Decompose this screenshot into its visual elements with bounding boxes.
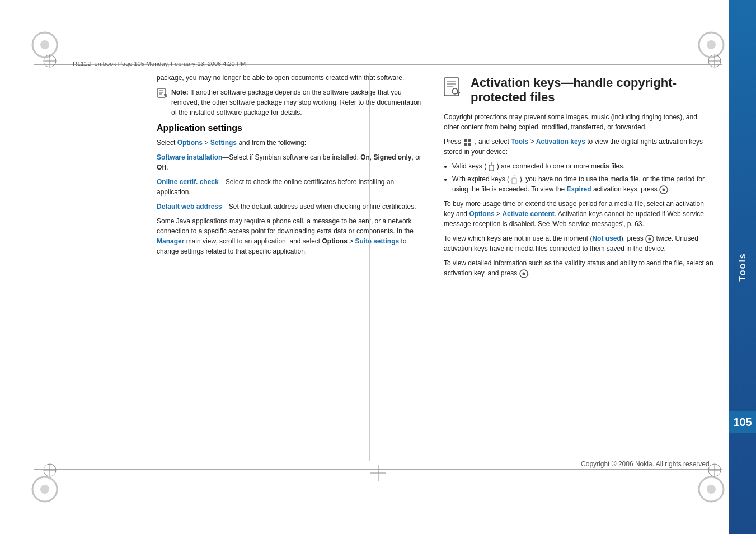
note-label: Note:	[171, 88, 189, 96]
note-icon	[157, 88, 168, 99]
intro-text: package, you may no longer be able to op…	[157, 73, 427, 83]
expired-link: Expired	[567, 185, 591, 193]
page-number: 105	[729, 411, 756, 433]
svg-point-15	[707, 40, 716, 49]
svg-rect-35	[468, 139, 471, 142]
svg-point-47	[522, 272, 525, 275]
svg-rect-36	[464, 143, 467, 146]
note-box: Note: If another software package depend…	[157, 87, 427, 118]
press-instruction: Press , and select Tools > Activation ke…	[444, 137, 714, 157]
deco-circle-top-left	[31, 31, 59, 59]
note-text: Note: If another software package depend…	[171, 87, 427, 118]
detail-text: To view detailed information such as the…	[444, 258, 714, 278]
right-column: Activation keys—handle copyright-protect…	[444, 73, 714, 461]
term-online-certif: Online certif. check—Select to check the…	[157, 177, 427, 197]
svg-point-17	[40, 485, 49, 494]
activation-keys-link: Activation keys	[536, 138, 585, 146]
software-installation-label: Software installation	[157, 153, 222, 161]
bullet-valid-keys: Valid keys ( ) are connected to one or m…	[452, 161, 714, 171]
nav-circle-icon-3	[519, 269, 528, 278]
deco-circle-bottom-right	[697, 475, 725, 503]
left-column: package, you may no longer be able to op…	[157, 73, 427, 461]
nav-circle-icon-2	[645, 235, 654, 243]
activation-keys-icon	[444, 77, 464, 100]
buy-text: To buy more usage time or extend the usa…	[444, 199, 714, 229]
right-heading-title: Activation keys—handle copyright-protect…	[471, 76, 714, 105]
note-body: If another software package depends on t…	[171, 88, 421, 116]
not-used-text: To view which keys are not in use at the…	[444, 233, 714, 254]
options-link: Options	[177, 139, 203, 147]
activate-content-link: Activate content	[502, 210, 554, 218]
svg-rect-22	[158, 88, 165, 97]
svg-rect-37	[468, 143, 471, 146]
copyright-text: Copyright © 2006 Nokia. All rights reser…	[581, 460, 711, 468]
expired-key-icon	[511, 175, 518, 184]
options-link-2: Options	[469, 210, 494, 218]
right-sidebar: Tools	[729, 0, 756, 534]
valid-key-icon	[488, 162, 495, 171]
suite-settings-link: Suite settings	[355, 237, 400, 245]
app-settings-heading: Application settings	[157, 123, 427, 133]
term-online-certif-text: Online certif. check—Select to check the…	[157, 177, 427, 197]
svg-point-43	[662, 188, 665, 191]
term-software-installation-text: Software installation—Select if Symbian …	[157, 152, 427, 172]
term-default-web-text: Default web address—Set the default addr…	[157, 202, 427, 212]
bullet-expired-keys: With expired keys ( ), you have no time …	[452, 174, 714, 194]
tools-link: Tools	[511, 138, 528, 146]
page-info-bar: R1112_en.book Page 105 Monday, February …	[73, 60, 246, 67]
svg-point-13	[40, 40, 49, 49]
manager-link: Manager	[157, 237, 184, 245]
keys-bullet-list: Valid keys ( ) are connected to one or m…	[452, 161, 714, 194]
svg-point-19	[707, 485, 716, 494]
svg-point-45	[649, 237, 651, 240]
deco-circle-bottom-left	[31, 475, 59, 503]
not-used-link: Not used	[592, 235, 621, 242]
term-software-installation: Software installation—Select if Symbian …	[157, 152, 427, 172]
column-divider	[369, 73, 370, 461]
menu-icon	[464, 138, 472, 146]
svg-rect-40	[512, 178, 516, 184]
svg-rect-34	[464, 139, 467, 142]
default-web-label: Default web address	[157, 203, 222, 210]
settings-link: Settings	[210, 139, 237, 147]
content-area: package, you may no longer be able to op…	[157, 73, 714, 461]
right-heading-block: Activation keys—handle copyright-protect…	[444, 76, 714, 105]
reg-mark-bottom-center	[370, 465, 386, 481]
app-settings-intro: Select Options > Settings and from the f…	[157, 138, 427, 148]
java-text: Some Java applications may require a pho…	[157, 216, 427, 256]
tools-label: Tools	[738, 252, 748, 281]
deco-circle-top-right	[697, 31, 725, 59]
svg-rect-38	[489, 165, 494, 171]
online-certif-label: Online certif. check	[157, 178, 219, 186]
right-intro-text: Copyright protections may prevent some i…	[444, 112, 714, 132]
term-default-web: Default web address—Set the default addr…	[157, 202, 427, 212]
nav-circle-icon	[659, 185, 668, 194]
